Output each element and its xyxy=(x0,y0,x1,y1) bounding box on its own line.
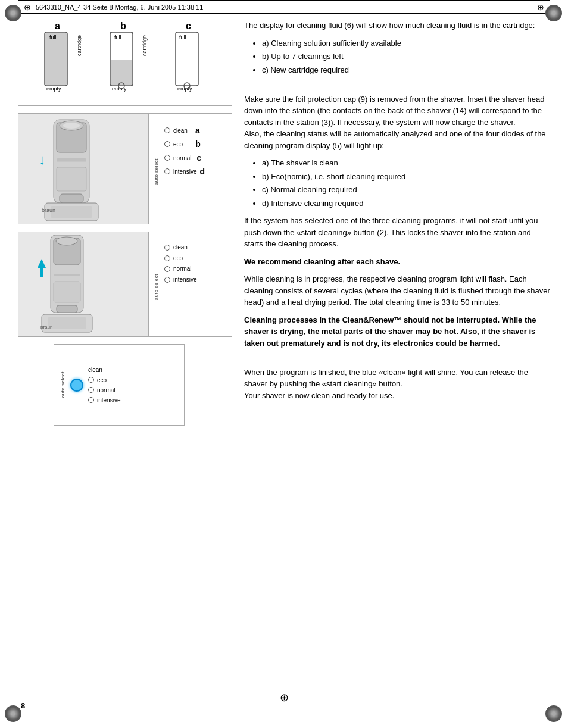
right-column: The display for cleaning fluid (6) will … xyxy=(244,20,550,433)
list-2-item-b: b) Eco(nomic), i.e. short cleaning requi… xyxy=(262,171,550,183)
select-item-intensive-3: intensive xyxy=(88,397,120,404)
eco-dot-2 xyxy=(164,255,170,261)
auto-select-panel-2: auto select clean eco xyxy=(148,232,232,336)
svg-text:full: full xyxy=(179,35,186,40)
paragraph-4: We recommend cleaning after each shave. xyxy=(244,256,550,268)
normal-label-2: normal xyxy=(173,265,192,272)
shaver-illustration-2: braun xyxy=(18,232,148,336)
svg-rect-27 xyxy=(51,206,92,218)
shaver-illustration-1: ↓ braun xyxy=(18,114,148,224)
select-item-intensive-2: intensive xyxy=(164,276,196,283)
intensive-dot-3 xyxy=(88,397,94,403)
clean-active-indicator xyxy=(70,379,83,392)
intensive-label-3: intensive xyxy=(97,397,120,404)
clean-dot-2 xyxy=(164,245,170,251)
corner-decoration-bl xyxy=(5,705,23,723)
gear-icon-tl xyxy=(5,5,21,21)
svg-text:empty: empty xyxy=(46,86,61,92)
list-1-item-a: a) Cleaning solution sufficiently availa… xyxy=(262,38,550,49)
intensive-dot-2 xyxy=(164,277,170,283)
select-item-intensive-1: intensive d xyxy=(164,167,205,176)
clean-dot-1 xyxy=(164,127,170,133)
paragraph-7-text: When the program is finished, the blue «… xyxy=(244,368,528,400)
svg-text:braun: braun xyxy=(42,207,55,213)
panel-diagram-3: auto select clean eco normal xyxy=(54,344,185,426)
intensive-dot-1 xyxy=(164,168,170,174)
select-item-normal-3: normal xyxy=(88,387,120,393)
header-crosshair-right: ⊕ xyxy=(537,2,544,12)
svg-rect-23 xyxy=(57,158,86,161)
list-2-item-d: d) Intensive cleaning required xyxy=(262,198,550,210)
eco-dot-3 xyxy=(88,377,94,383)
svg-rect-35 xyxy=(54,282,80,302)
svg-rect-38 xyxy=(48,317,86,329)
gear-icon-bl xyxy=(5,705,21,722)
select-item-eco-2: eco xyxy=(164,255,196,261)
list-1-item-b: b) Up to 7 cleanings left xyxy=(262,51,550,63)
svg-text:full: full xyxy=(114,35,121,40)
svg-text:a: a xyxy=(55,21,60,31)
list-2: a) The shaver is clean b) Eco(nomic), i.… xyxy=(262,157,550,209)
shaver-svg-2: braun xyxy=(18,232,148,336)
paragraph-1-text: The display for cleaning fluid (6) will … xyxy=(244,21,535,30)
gear-icon-tr xyxy=(545,5,562,21)
svg-rect-25 xyxy=(60,194,83,203)
paragraph-5-text: While cleaning is in progress, the respe… xyxy=(244,274,550,307)
svg-text:full: full xyxy=(49,35,57,40)
svg-rect-24 xyxy=(57,167,86,191)
normal-letter-c: c xyxy=(197,153,202,163)
intensive-letter-d: d xyxy=(199,167,205,176)
paragraph-6: Cleaning processes in the Clean&Renew™ s… xyxy=(244,314,550,349)
svg-text:cartridge: cartridge xyxy=(76,35,82,56)
select-item-clean-2: clean xyxy=(164,244,196,251)
header-bar: ⊕ 5643310_NA_4-34 Seite 8 Montag, 6. Jun… xyxy=(18,0,550,14)
select-item-normal-1: normal c xyxy=(164,153,205,163)
clean-label-3: clean xyxy=(88,367,102,373)
svg-point-33 xyxy=(56,237,77,245)
svg-rect-3 xyxy=(45,33,67,85)
normal-label-1: normal xyxy=(173,155,192,161)
select-item-clean-1: clean a xyxy=(164,126,205,135)
svg-rect-36 xyxy=(57,305,77,313)
page-number: 8 xyxy=(21,701,25,710)
svg-text:↓: ↓ xyxy=(39,151,46,167)
paragraph-3-text: If the system has selected one of the th… xyxy=(244,216,538,248)
svg-text:c: c xyxy=(186,21,191,31)
cartridge-svg: a cartridge full empty b cartridge full … xyxy=(18,20,232,104)
normal-dot-2 xyxy=(164,266,170,272)
paragraph-6-bold: Cleaning processes in the Clean&Renew™ s… xyxy=(244,315,536,348)
svg-text:braun: braun xyxy=(40,324,52,330)
select-item-eco-3: eco xyxy=(88,377,120,383)
header-crosshair-left: ⊕ xyxy=(24,2,31,12)
select-item-eco-1: eco b xyxy=(164,139,205,149)
page-content: a cartridge full empty b cartridge full … xyxy=(18,20,550,433)
paragraph-5: While cleaning is in progress, the respe… xyxy=(244,273,550,308)
svg-text:cartridge: cartridge xyxy=(142,35,148,56)
svg-text:b: b xyxy=(120,21,126,31)
svg-point-22 xyxy=(63,123,80,129)
auto-select-label-1: auto select xyxy=(154,158,159,185)
corner-decoration-br xyxy=(545,705,563,723)
shaver-svg-1: ↓ braun xyxy=(18,114,148,224)
svg-rect-9 xyxy=(111,60,132,85)
paragraph-3: If the system has selected one of the th… xyxy=(244,215,550,250)
list-1-item-c: c) New cartridge required xyxy=(262,64,550,76)
eco-letter-b: b xyxy=(195,139,201,149)
bottom-crosshair-center: ⊕ xyxy=(280,691,289,704)
cartridge-diagram-box: a cartridge full empty b cartridge full … xyxy=(18,20,232,106)
list-1: a) Cleaning solution sufficiently availa… xyxy=(262,38,550,76)
paragraph-1: The display for cleaning fluid (6) will … xyxy=(244,20,550,32)
paragraph-4-bold: We recommend cleaning after each shave. xyxy=(244,257,400,266)
header-text: 5643310_NA_4-34 Seite 8 Montag, 6. Juni … xyxy=(36,4,203,11)
paragraph-2-text: Make sure the foil protection cap (9) is… xyxy=(244,95,546,150)
paragraph-2: Make sure the foil protection cap (9) is… xyxy=(244,82,550,151)
list-2-item-c: c) Normal cleaning required xyxy=(262,184,550,196)
eco-label-3: eco xyxy=(97,377,107,383)
eco-label-1: eco xyxy=(173,141,183,148)
intensive-label-1: intensive xyxy=(173,168,196,175)
clean-label-2: clean xyxy=(173,244,188,251)
clean-label-1: clean xyxy=(173,127,188,134)
panel-diagram-2: braun auto select clean xyxy=(18,232,232,337)
normal-dot-3 xyxy=(88,387,94,393)
auto-select-label-3: auto select xyxy=(60,371,65,398)
